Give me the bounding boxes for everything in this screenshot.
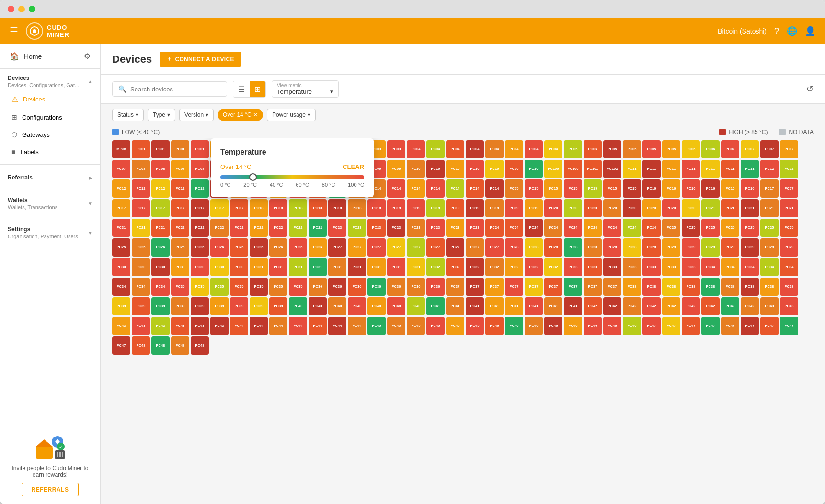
device-tile[interactable]: PC14 xyxy=(426,179,445,198)
device-tile[interactable]: PC34 xyxy=(151,278,170,296)
device-tile[interactable]: PC19 xyxy=(387,199,405,217)
device-tile[interactable]: PC14 xyxy=(407,179,425,198)
device-tile[interactable]: PC102 xyxy=(603,160,621,178)
device-tile[interactable]: PC41 xyxy=(505,297,523,315)
device-tile[interactable]: PC39 xyxy=(151,297,170,315)
minimize-button[interactable] xyxy=(18,6,25,12)
device-tile[interactable]: PC25 xyxy=(662,219,680,237)
device-tile[interactable]: PC26 xyxy=(289,238,307,257)
device-tile[interactable]: PC21 xyxy=(151,219,170,237)
device-tile[interactable]: PC12 xyxy=(191,179,209,198)
device-tile[interactable]: PC39 xyxy=(250,297,268,315)
device-tile[interactable]: PC47 xyxy=(760,317,779,335)
device-tile[interactable]: PC43 xyxy=(112,317,130,335)
device-tile[interactable]: PC04 xyxy=(544,140,562,158)
power-usage-filter-button[interactable]: Power usage ▾ xyxy=(267,109,316,121)
device-tile[interactable]: PC47 xyxy=(780,317,798,335)
device-tile[interactable]: PC41 xyxy=(485,297,504,315)
device-tile[interactable]: PC23 xyxy=(387,219,405,237)
device-tile[interactable]: PC39 xyxy=(269,297,287,315)
device-tile[interactable]: PC33 xyxy=(682,258,700,276)
device-tile[interactable]: PC35 xyxy=(250,278,268,296)
device-tile[interactable]: PC31 xyxy=(387,258,405,276)
device-tile[interactable]: PC25 xyxy=(682,219,700,237)
version-filter-button[interactable]: Version ▾ xyxy=(179,109,214,121)
device-tile[interactable]: PC39 xyxy=(132,297,150,315)
device-tile[interactable]: PC25 xyxy=(780,219,798,237)
device-tile[interactable]: PC41 xyxy=(466,297,484,315)
device-tile[interactable]: PC11 xyxy=(682,160,700,178)
device-tile[interactable]: PC15 xyxy=(623,179,641,198)
device-tile[interactable]: PC30 xyxy=(151,258,170,276)
device-tile[interactable]: PC22 xyxy=(289,219,307,237)
device-tile[interactable]: PC22 xyxy=(309,219,327,237)
device-tile[interactable]: PC26 xyxy=(151,238,170,257)
device-tile[interactable]: PC43 xyxy=(760,297,779,315)
device-tile[interactable]: PC10 xyxy=(407,160,425,178)
device-tile[interactable]: PC19 xyxy=(426,199,445,217)
device-tile[interactable]: PC31 xyxy=(407,258,425,276)
device-tile[interactable]: PC46 xyxy=(584,317,602,335)
grid-view-button[interactable]: ⊞ xyxy=(250,81,265,97)
device-tile[interactable]: PC38 xyxy=(721,278,739,296)
device-tile[interactable]: PC20 xyxy=(662,199,680,217)
device-tile[interactable]: PC34 xyxy=(701,258,720,276)
device-tile[interactable]: PC15 xyxy=(544,179,562,198)
device-tile[interactable]: PC26 xyxy=(230,238,248,257)
device-tile[interactable]: PC48 xyxy=(151,336,170,355)
device-tile[interactable]: PC36 xyxy=(387,278,405,296)
device-tile[interactable]: PC39 xyxy=(112,297,130,315)
device-tile[interactable]: PC10 xyxy=(485,160,504,178)
referrals-button[interactable]: REFERRALS xyxy=(22,483,79,496)
device-tile[interactable]: PC36 xyxy=(309,278,327,296)
device-tile[interactable]: PC38 xyxy=(623,278,641,296)
device-tile[interactable]: PC25 xyxy=(132,238,150,257)
device-tile[interactable]: PC04 xyxy=(485,140,504,158)
device-tile[interactable]: PC10 xyxy=(505,160,523,178)
device-tile[interactable]: PC26 xyxy=(309,238,327,257)
type-filter-button[interactable]: Type ▾ xyxy=(148,109,175,121)
device-tile[interactable]: PC27 xyxy=(367,238,386,257)
device-tile[interactable]: PC43 xyxy=(171,317,189,335)
device-tile[interactable]: PC45 xyxy=(466,317,484,335)
device-tile[interactable]: PC10 xyxy=(446,160,464,178)
sidebar-item-home[interactable]: 🏠 Home ⚙ xyxy=(0,44,100,69)
device-tile[interactable]: PC46 xyxy=(564,317,582,335)
device-tile[interactable]: PC30 xyxy=(191,258,209,276)
device-tile[interactable]: PC48 xyxy=(171,336,189,355)
device-tile[interactable]: PC05 xyxy=(642,140,661,158)
device-tile[interactable]: PC35 xyxy=(230,278,248,296)
device-tile[interactable]: PC27 xyxy=(407,238,425,257)
device-tile[interactable]: PC27 xyxy=(426,238,445,257)
device-tile[interactable]: PC22 xyxy=(250,219,268,237)
device-tile[interactable]: PC17 xyxy=(112,199,130,217)
device-tile[interactable]: PC40 xyxy=(309,297,327,315)
device-tile[interactable]: PC37 xyxy=(525,278,543,296)
device-tile[interactable]: PC33 xyxy=(642,258,661,276)
device-tile[interactable]: PC30 xyxy=(210,258,229,276)
device-tile[interactable]: PC39 xyxy=(210,297,229,315)
device-tile[interactable]: PC29 xyxy=(760,238,779,257)
device-tile[interactable]: PC37 xyxy=(505,278,523,296)
device-tile[interactable]: PC12 xyxy=(171,179,189,198)
device-tile[interactable]: PC26 xyxy=(269,238,287,257)
device-tile[interactable]: PC42 xyxy=(603,297,621,315)
device-tile[interactable]: PC35 xyxy=(269,278,287,296)
device-tile[interactable]: PC29 xyxy=(780,238,798,257)
device-tile[interactable]: PC42 xyxy=(741,297,759,315)
device-tile[interactable]: PC21 xyxy=(701,199,720,217)
device-tile[interactable]: PC21 xyxy=(741,199,759,217)
device-tile[interactable]: PC12 xyxy=(112,179,130,198)
device-tile[interactable]: PC10 xyxy=(466,160,484,178)
device-tile[interactable]: PC24 xyxy=(603,219,621,237)
device-tile[interactable]: PC37 xyxy=(485,278,504,296)
device-tile[interactable]: PC45 xyxy=(446,317,464,335)
device-tile[interactable]: PC23 xyxy=(446,219,464,237)
device-tile[interactable]: PC34 xyxy=(741,258,759,276)
temp-filter-button[interactable]: Over 14 °C ✕ xyxy=(218,109,263,121)
device-tile[interactable]: PC34 xyxy=(132,278,150,296)
device-tile[interactable]: PC47 xyxy=(662,317,680,335)
device-tile[interactable]: PC38 xyxy=(642,278,661,296)
device-tile[interactable]: PC11 xyxy=(623,160,641,178)
device-tile[interactable]: PC28 xyxy=(603,238,621,257)
